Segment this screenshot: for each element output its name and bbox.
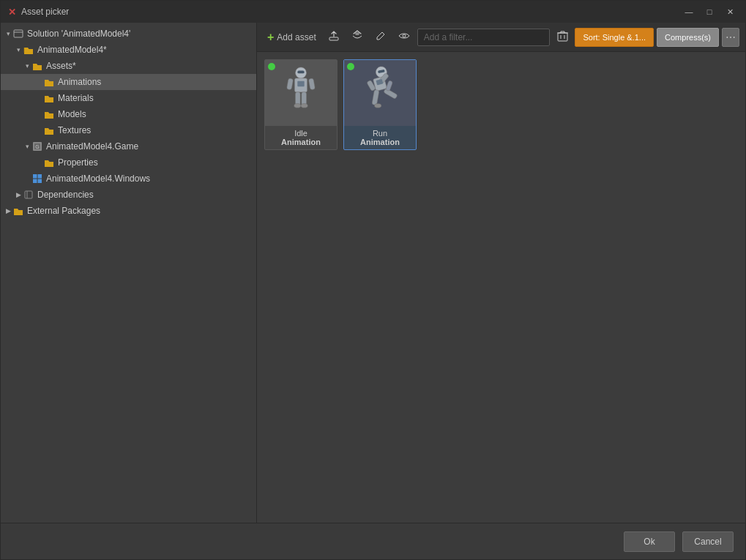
- tree-item-models[interactable]: Models: [1, 106, 256, 122]
- more-icon: ⋯: [726, 31, 736, 43]
- expand-windows: [23, 174, 31, 183]
- tree-label-textures: Textures: [58, 125, 91, 135]
- filter-input[interactable]: [417, 29, 551, 46]
- title-bar-left: ✕ Asset picker: [7, 7, 69, 17]
- title-bar: ✕ Asset picker — □ ✕: [1, 1, 745, 23]
- maximize-button[interactable]: □: [700, 5, 719, 18]
- tree-item-windows[interactable]: AnimatedModel4.Windows: [1, 171, 256, 187]
- asset-card-run[interactable]: Run Animation: [343, 59, 417, 150]
- delete-icon: [557, 30, 568, 44]
- tree-item-animatedmodel4[interactable]: ▾ AnimatedModel4*: [1, 42, 256, 58]
- ok-button[interactable]: Ok: [624, 531, 675, 552]
- svg-point-26: [301, 103, 307, 108]
- compress-button[interactable]: Compress(s): [657, 28, 719, 47]
- svg-point-36: [375, 103, 381, 108]
- minimize-button[interactable]: —: [679, 5, 698, 18]
- delete-button[interactable]: [553, 28, 572, 47]
- import-button[interactable]: [347, 28, 368, 47]
- expand-animations: [34, 78, 43, 86]
- tree-label-materials: Materials: [58, 93, 94, 103]
- svg-rect-19: [297, 70, 304, 73]
- add-asset-label: Add asset: [277, 32, 316, 42]
- tree-item-game[interactable]: ▾ G AnimatedModel4.Game: [1, 138, 256, 154]
- export-icon: [328, 30, 340, 44]
- svg-rect-6: [38, 174, 42, 179]
- expand-dependencies: ▶: [14, 190, 23, 199]
- tree-item-materials[interactable]: Materials: [1, 90, 256, 106]
- tree-label-assets: Assets*: [46, 61, 76, 71]
- cancel-button[interactable]: Cancel: [682, 531, 734, 552]
- asset-thumb-run: [344, 60, 416, 126]
- folder-icon-properties: [43, 157, 55, 168]
- tree-label-windows: AnimatedModel4.Windows: [46, 173, 150, 184]
- expand-assets: ▾: [23, 61, 31, 70]
- export-button[interactable]: [324, 28, 344, 47]
- toolbar: + Add asset: [257, 23, 745, 52]
- status-dot-run: [347, 63, 354, 70]
- tree-label-dependencies: Dependencies: [37, 190, 94, 200]
- svg-rect-9: [25, 191, 32, 198]
- window-icon: ✕: [7, 7, 17, 17]
- right-panel: + Add asset: [257, 23, 745, 523]
- folder-icon-animations: [43, 76, 55, 88]
- asset-card-idle[interactable]: Idle Animation: [264, 59, 337, 150]
- add-asset-button[interactable]: + Add asset: [263, 28, 321, 47]
- asset-type-idle: Animation: [268, 138, 334, 146]
- tree-label-models: Models: [58, 109, 86, 119]
- main-content: ▾ Solution 'AnimatedModel4' ▾ AnimatedMo…: [1, 23, 745, 523]
- close-button[interactable]: ✕: [720, 5, 739, 18]
- svg-rect-5: [33, 174, 37, 179]
- svg-rect-33: [384, 88, 398, 99]
- tree-label-external-packages: External Packages: [27, 206, 100, 216]
- tree-item-dependencies[interactable]: ▶ Dependencies: [1, 187, 256, 203]
- title-bar-buttons: — □ ✕: [679, 5, 739, 18]
- tree-item-assets[interactable]: ▾ Assets*: [1, 58, 256, 74]
- add-asset-plus-icon: +: [267, 31, 274, 44]
- expand-solution: ▾: [4, 29, 12, 38]
- solution-icon: [12, 28, 24, 40]
- tree-item-properties[interactable]: Properties: [1, 154, 256, 171]
- tree-label-properties: Properties: [58, 157, 98, 168]
- expand-models: [34, 110, 43, 119]
- folder-icon-animatedmodel4: [23, 44, 34, 56]
- tree-label-game: AnimatedModel4.Game: [46, 141, 138, 152]
- expand-properties: [34, 158, 43, 167]
- expand-external: ▶: [4, 206, 12, 215]
- svg-point-25: [294, 103, 301, 108]
- svg-rect-11: [329, 37, 338, 40]
- expand-materials: [34, 94, 43, 102]
- eye-button[interactable]: [394, 28, 414, 47]
- asset-picker-window: ✕ Asset picker — □ ✕ ▾ Solution 'Animate…: [0, 0, 746, 560]
- folder-icon-textures: [43, 124, 55, 136]
- sort-button[interactable]: Sort: Single &.1...: [575, 28, 654, 47]
- tree-item-animations[interactable]: Animations: [1, 74, 256, 90]
- svg-rect-7: [33, 179, 37, 184]
- svg-rect-34: [386, 80, 393, 91]
- tree-item-external-packages[interactable]: ▶ External Packages: [1, 203, 256, 219]
- svg-rect-0: [14, 30, 23, 37]
- more-button[interactable]: ⋯: [722, 28, 739, 47]
- svg-text:G: G: [35, 144, 39, 149]
- svg-rect-8: [38, 179, 42, 184]
- asset-info-idle: Idle Animation: [265, 126, 337, 149]
- edit-button[interactable]: [370, 28, 391, 47]
- tree-item-solution[interactable]: ▾ Solution 'AnimatedModel4': [1, 26, 256, 42]
- robot-figure-run: [358, 66, 402, 121]
- svg-rect-21: [287, 78, 294, 89]
- asset-type-run: Animation: [347, 138, 413, 146]
- folder-icon-materials: [43, 92, 55, 104]
- folder-icon-external: [12, 205, 24, 217]
- asset-info-run: Run Animation: [344, 126, 416, 149]
- status-dot-idle: [268, 63, 275, 70]
- asset-name-idle: Idle: [268, 129, 334, 138]
- asset-name-run: Run: [347, 129, 413, 138]
- folder-icon-models: [43, 108, 55, 120]
- tree-label-animatedmodel4: AnimatedModel4*: [37, 45, 107, 55]
- tree-item-textures[interactable]: Textures: [1, 122, 256, 138]
- windows-icon: [31, 173, 43, 184]
- folder-icon-assets: [31, 60, 43, 72]
- tree-label-animations: Animations: [58, 77, 101, 87]
- expand-game: ▾: [23, 142, 31, 151]
- edit-icon: [375, 30, 387, 44]
- asset-thumb-idle: [265, 60, 337, 126]
